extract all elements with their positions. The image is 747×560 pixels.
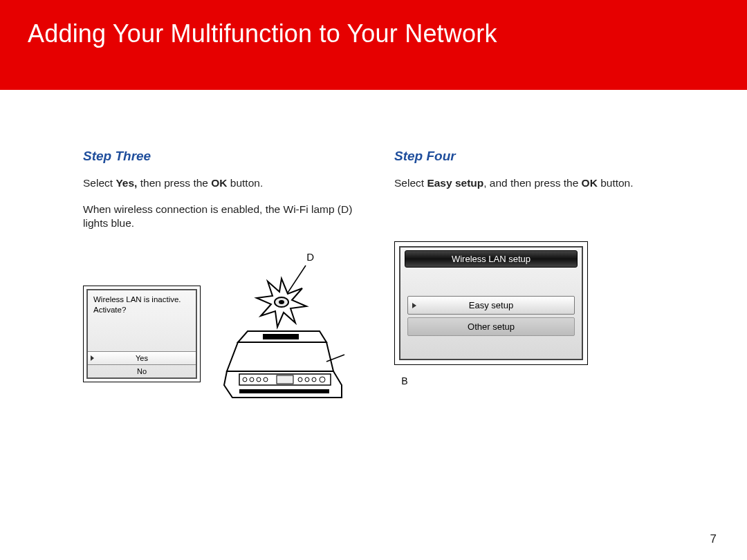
slide-title: Adding Your Multifunction to Your Networ… bbox=[28, 19, 747, 48]
callout-b-label: B bbox=[401, 375, 407, 386]
svg-point-3 bbox=[279, 300, 284, 304]
svg-point-9 bbox=[257, 377, 261, 382]
dialog-line-2: Activate? bbox=[93, 305, 190, 315]
svg-point-11 bbox=[298, 377, 302, 382]
svg-rect-4 bbox=[263, 334, 299, 339]
step-four-column: Step Four Select Easy setup, and then pr… bbox=[374, 149, 747, 418]
option-other-setup: Other setup bbox=[407, 317, 575, 336]
svg-point-12 bbox=[305, 377, 309, 382]
printer-illustration: D bbox=[217, 251, 349, 418]
step-three-instruction: Select Yes, then press the OK button. bbox=[83, 176, 353, 190]
printer-icon bbox=[217, 264, 349, 402]
slide-header: Adding Your Multifunction to Your Networ… bbox=[0, 0, 747, 90]
wireless-setup-title: Wireless LAN setup bbox=[405, 250, 578, 268]
step-three-heading: Step Three bbox=[83, 149, 353, 164]
svg-point-14 bbox=[320, 377, 325, 382]
page-number: 7 bbox=[710, 532, 717, 546]
dialog-line-1: Wireless LAN is inactive. bbox=[93, 295, 190, 304]
svg-point-7 bbox=[243, 377, 247, 382]
svg-point-13 bbox=[312, 377, 316, 382]
step-four-heading: Step Four bbox=[394, 149, 671, 164]
wireless-setup-figure: Wireless LAN setup Easy setup Other setu… bbox=[394, 241, 588, 365]
svg-rect-6 bbox=[277, 375, 293, 384]
svg-point-8 bbox=[250, 377, 254, 382]
dialog-option-yes: Yes bbox=[88, 351, 196, 365]
svg-point-10 bbox=[264, 377, 268, 382]
activate-dialog-figure: Wireless LAN is inactive. Activate? Yes … bbox=[83, 286, 201, 382]
step-three-note: When wireless connection is enabled, the… bbox=[83, 203, 353, 230]
svg-rect-15 bbox=[239, 389, 329, 393]
dialog-option-no: No bbox=[88, 365, 196, 377]
callout-d-label: D bbox=[217, 251, 349, 263]
step-three-column: Step Three Select Yes, then press the OK… bbox=[0, 149, 374, 418]
step-four-instruction: Select Easy setup, and then press the OK… bbox=[394, 176, 671, 190]
option-easy-setup: Easy setup bbox=[407, 296, 575, 315]
